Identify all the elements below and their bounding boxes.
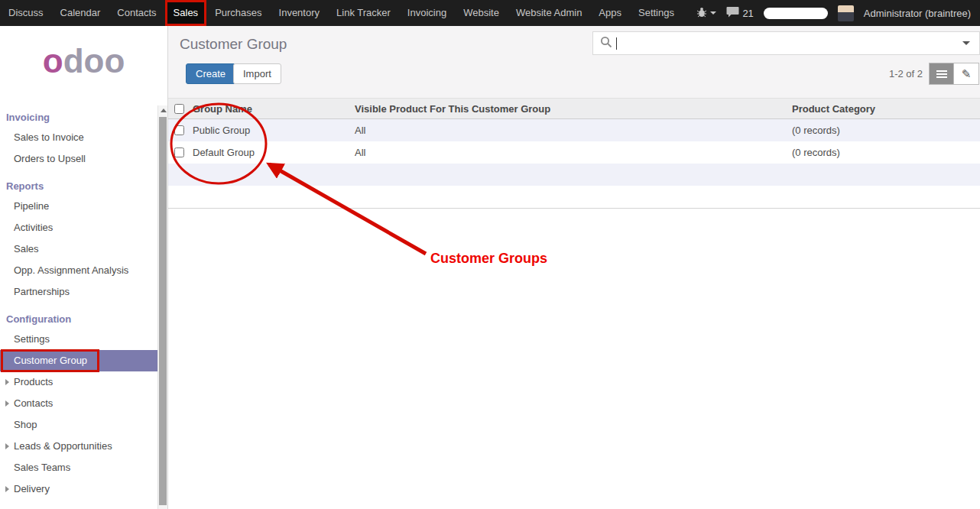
sidebar-item-opp-assignment-analysis[interactable]: Opp. Assignment Analysis bbox=[0, 260, 157, 281]
cell-group-name[interactable]: Public Group bbox=[190, 125, 352, 136]
menu-item-website-admin[interactable]: Website Admin bbox=[508, 0, 590, 26]
sidebar-section-invoicing: Invoicing bbox=[0, 101, 157, 127]
sidebar-menu: Invoicing Sales to Invoice Orders to Ups… bbox=[0, 101, 157, 500]
menu-item-apps[interactable]: Apps bbox=[590, 0, 630, 26]
sidebar-item-sales[interactable]: Sales bbox=[0, 238, 157, 260]
view-switcher: ✎ bbox=[929, 63, 979, 85]
sidebar-item-delivery[interactable]: Delivery bbox=[0, 478, 157, 500]
cell-product-category[interactable]: (0 records) bbox=[786, 125, 980, 136]
sidebar-item-pipeline[interactable]: Pipeline bbox=[0, 196, 157, 217]
empty-row bbox=[168, 186, 980, 208]
debug-menu[interactable] bbox=[696, 7, 716, 20]
sidebar-section-reports: Reports bbox=[0, 170, 157, 196]
sidebar-item-label: Sales bbox=[14, 243, 39, 254]
column-header-product-category[interactable]: Product Category bbox=[786, 103, 980, 115]
menu-item-website[interactable]: Website bbox=[455, 0, 508, 26]
column-header-group-name[interactable]: Group Name bbox=[190, 103, 352, 115]
sidebar-item-label: Pipeline bbox=[14, 200, 49, 212]
chat-icon bbox=[726, 6, 739, 20]
logo-letter: o bbox=[43, 42, 63, 79]
control-panel: Customer Group Create Import 1-2 of 2 bbox=[168, 26, 980, 98]
row-select-cell bbox=[168, 148, 190, 157]
sidebar: odoo Invoicing Sales to Invoice Orders t… bbox=[0, 26, 168, 509]
expand-caret-icon bbox=[5, 400, 9, 407]
user-avatar bbox=[838, 5, 854, 21]
menu-item-calendar[interactable]: Calendar bbox=[52, 0, 109, 26]
expand-caret-icon bbox=[5, 486, 9, 492]
sidebar-item-sales-to-invoice[interactable]: Sales to Invoice bbox=[0, 127, 157, 148]
subscription-progress-pill[interactable] bbox=[764, 8, 828, 19]
search-icon bbox=[600, 36, 612, 51]
sidebar-item-label: Settings bbox=[14, 333, 50, 345]
menu-item-purchases[interactable]: Purchases bbox=[206, 0, 270, 26]
select-all-checkbox[interactable] bbox=[174, 104, 184, 114]
sidebar-item-partnerships[interactable]: Partnerships bbox=[0, 281, 157, 303]
sidebar-item-label: Orders to Upsell bbox=[14, 153, 86, 164]
screen: Discuss Calendar Contacts Sales Purchase… bbox=[0, 0, 980, 509]
messages-button[interactable]: 21 bbox=[726, 6, 753, 20]
sidebar-item-label: Customer Group bbox=[14, 355, 87, 366]
scrollbar-up-arrow-icon[interactable] bbox=[161, 109, 167, 112]
sidebar-item-label: Products bbox=[14, 376, 53, 387]
sidebar-item-label: Activities bbox=[14, 222, 53, 233]
customer-group-table: Group Name Visible Product For This Cust… bbox=[168, 98, 980, 209]
user-menu[interactable]: Administrator (braintree) bbox=[864, 8, 971, 19]
menu-item-invoicing[interactable]: Invoicing bbox=[399, 0, 455, 26]
sidebar-item-sales-teams[interactable]: Sales Teams bbox=[0, 457, 157, 478]
sidebar-item-label: Leads & Opportunities bbox=[14, 440, 112, 452]
search-input[interactable] bbox=[617, 32, 962, 54]
list-view-icon bbox=[936, 70, 947, 72]
logo-letters: doo bbox=[63, 42, 125, 79]
menu-item-link-tracker[interactable]: Link Tracker bbox=[328, 0, 399, 26]
import-button[interactable]: Import bbox=[233, 63, 281, 84]
pager: 1-2 of 2 bbox=[889, 68, 923, 79]
empty-row bbox=[168, 164, 980, 186]
menu-item-contacts[interactable]: Contacts bbox=[109, 0, 164, 26]
select-all-cell bbox=[168, 104, 190, 114]
row-select-cell bbox=[168, 125, 190, 135]
cell-visible-product[interactable]: All bbox=[352, 147, 786, 158]
sidebar-item-orders-to-upsell[interactable]: Orders to Upsell bbox=[0, 148, 157, 170]
sidebar-item-label: Shop bbox=[14, 419, 37, 430]
row-checkbox[interactable] bbox=[174, 148, 184, 157]
sidebar-scrollbar[interactable] bbox=[157, 105, 167, 509]
menu-item-settings[interactable]: Settings bbox=[630, 0, 683, 26]
cell-product-category[interactable]: (0 records) bbox=[786, 147, 980, 158]
menu-item-inventory[interactable]: Inventory bbox=[271, 0, 328, 26]
cell-group-name[interactable]: Default Group bbox=[190, 147, 352, 158]
row-checkbox[interactable] bbox=[174, 125, 184, 135]
sidebar-section-configuration: Configuration bbox=[0, 303, 157, 329]
sidebar-item-label: Sales to Invoice bbox=[14, 131, 84, 143]
sidebar-item-activities[interactable]: Activities bbox=[0, 217, 157, 238]
chevron-down-icon bbox=[710, 11, 716, 15]
scrollbar-thumb[interactable] bbox=[159, 117, 167, 505]
table-header-row: Group Name Visible Product For This Cust… bbox=[168, 98, 980, 119]
main-content: Customer Group Create Import 1-2 of 2 bbox=[168, 26, 980, 509]
list-view-button[interactable] bbox=[929, 63, 954, 85]
form-view-button[interactable]: ✎ bbox=[954, 63, 979, 85]
search-box[interactable] bbox=[592, 31, 980, 55]
page-title: Customer Group bbox=[180, 36, 287, 53]
sidebar-item-contacts[interactable]: Contacts bbox=[0, 393, 157, 414]
expand-caret-icon bbox=[5, 443, 9, 449]
table-row[interactable]: Public Group All (0 records) bbox=[168, 119, 980, 141]
sidebar-item-settings[interactable]: Settings bbox=[0, 329, 157, 350]
sidebar-item-label: Sales Teams bbox=[14, 462, 70, 473]
column-header-visible-product[interactable]: Visible Product For This Customer Group bbox=[352, 103, 786, 115]
cell-visible-product[interactable]: All bbox=[352, 125, 786, 136]
expand-caret-icon bbox=[5, 379, 9, 385]
sidebar-item-shop[interactable]: Shop bbox=[0, 414, 157, 436]
menu-item-sales[interactable]: Sales bbox=[165, 0, 207, 26]
topbar-menus: Discuss Calendar Contacts Sales Purchase… bbox=[0, 0, 683, 26]
sidebar-item-customer-group[interactable]: Customer Group bbox=[0, 350, 157, 371]
create-button[interactable]: Create bbox=[186, 63, 235, 84]
sidebar-item-products[interactable]: Products bbox=[0, 371, 157, 393]
table-row[interactable]: Default Group All (0 records) bbox=[168, 141, 980, 164]
menu-item-discuss[interactable]: Discuss bbox=[0, 0, 52, 26]
search-dropdown-caret-icon[interactable] bbox=[962, 41, 970, 45]
topbar: Discuss Calendar Contacts Sales Purchase… bbox=[0, 0, 980, 26]
bug-icon bbox=[696, 7, 707, 20]
sidebar-item-label: Contacts bbox=[14, 397, 53, 409]
sidebar-item-leads-opportunities[interactable]: Leads & Opportunities bbox=[0, 436, 157, 457]
sidebar-item-label: Delivery bbox=[14, 483, 50, 494]
